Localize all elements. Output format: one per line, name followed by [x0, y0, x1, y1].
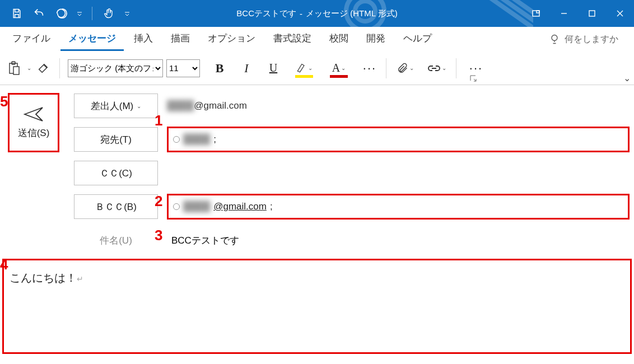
tab-review[interactable]: 校閲 — [321, 27, 356, 51]
underline-button[interactable]: U — [265, 60, 282, 77]
redo-button[interactable] — [52, 3, 72, 24]
compose-area: 送信(S) 差出人(M) ⌄ ████@gmail.com 宛先(T) ████… — [0, 85, 634, 253]
highlight-color-button[interactable]: ⌄ — [292, 60, 316, 77]
tab-insert[interactable]: 挿入 — [126, 27, 161, 51]
subject-label: 件名(U) — [74, 234, 158, 247]
from-button[interactable]: 差出人(M) ⌄ — [74, 94, 158, 118]
send-label: 送信(S) — [18, 127, 50, 139]
body-text: こんにちは！ — [10, 272, 77, 284]
save-button[interactable] — [7, 3, 27, 24]
paste-button[interactable] — [6, 60, 22, 77]
maximize-button[interactable] — [578, 0, 606, 27]
quick-access-toolbar — [0, 3, 133, 24]
dialog-launcher-icon[interactable] — [469, 74, 477, 82]
title-document: BCCテストです — [236, 8, 296, 19]
window-controls — [522, 0, 634, 27]
title-separator: - — [300, 9, 302, 18]
svg-point-5 — [552, 35, 557, 41]
svg-rect-8 — [13, 67, 19, 74]
presence-icon — [173, 203, 180, 210]
minimize-button[interactable] — [550, 0, 578, 27]
collapse-ribbon-button[interactable]: ⌄ — [623, 73, 631, 83]
chevron-down-icon: ⌄ — [137, 103, 141, 109]
chevron-down-icon: ⌄ — [308, 65, 313, 71]
subject-row: 件名(U) — [74, 227, 630, 253]
bold-button[interactable]: B — [211, 60, 228, 77]
title-bar: BCCテストです - メッセージ (HTML 形式) — [0, 0, 634, 27]
font-color-button[interactable]: A ⌄ — [327, 60, 351, 77]
close-button[interactable] — [606, 0, 634, 27]
qat-customize-dropdown[interactable] — [74, 3, 85, 24]
chevron-down-icon: ⌄ — [442, 65, 446, 71]
bcc-button[interactable]: ＢＣＣ(B) — [74, 194, 158, 219]
svg-rect-3 — [537, 11, 539, 13]
bcc-recipient-chip[interactable]: ████@gmail.com — [183, 201, 267, 212]
font-size-select[interactable]: 11 — [166, 59, 200, 77]
tab-draw[interactable]: 描画 — [163, 27, 198, 51]
window-title: BCCテストです - メッセージ (HTML 形式) — [236, 8, 397, 19]
separator — [386, 58, 386, 78]
ribbon-display-options-button[interactable] — [522, 0, 550, 27]
ribbon-tabs: ファイル メッセージ 挿入 描画 オプション 書式設定 校閲 開発 ヘルプ 何を… — [0, 27, 634, 52]
message-body[interactable]: こんにちは！↵ — [2, 259, 632, 354]
svg-rect-4 — [589, 11, 595, 16]
tell-me-search[interactable]: 何をしますか — [549, 34, 630, 45]
attach-file-button[interactable]: ⌄ — [394, 60, 417, 77]
to-input[interactable]: ████; — [167, 127, 630, 152]
tab-help[interactable]: ヘルプ — [395, 27, 440, 51]
ribbon-toolbar: ⌄ 游ゴシック (本文のフォント) 11 B I U ⌄ A ⌄ ··· — [0, 52, 634, 85]
cc-button[interactable]: ＣＣ(C) — [74, 161, 158, 185]
touch-mode-dropdown[interactable] — [122, 3, 133, 24]
tab-format[interactable]: 書式設定 — [265, 27, 319, 51]
italic-button[interactable]: I — [238, 60, 255, 77]
more-commands-button[interactable]: ··· — [468, 60, 484, 77]
from-row: 差出人(M) ⌄ ████@gmail.com — [74, 93, 630, 119]
link-button[interactable]: ⌄ — [426, 60, 448, 77]
separator — [456, 58, 456, 78]
bcc-row: ＢＣＣ(B) ████@gmail.com ; — [74, 194, 630, 220]
touch-mode-button[interactable] — [99, 3, 119, 24]
cc-row: ＣＣ(C) — [74, 160, 630, 186]
tab-developer[interactable]: 開発 — [358, 27, 393, 51]
font-name-select[interactable]: 游ゴシック (本文のフォント) — [68, 59, 163, 77]
tab-message[interactable]: メッセージ — [60, 27, 124, 51]
subject-input[interactable] — [167, 229, 630, 251]
title-kind: メッセージ (HTML 形式) — [306, 8, 398, 19]
from-value: ████@gmail.com — [167, 100, 247, 111]
chevron-down-icon: ⌄ — [341, 65, 346, 71]
pilcrow-icon: ↵ — [77, 275, 83, 283]
format-painter-button[interactable] — [35, 60, 52, 77]
chevron-down-icon: ⌄ — [409, 65, 414, 71]
undo-button[interactable] — [29, 3, 49, 24]
cc-input[interactable] — [167, 160, 630, 186]
font-red-indicator — [330, 75, 348, 78]
separator — [59, 58, 60, 78]
more-formatting-button[interactable]: ··· — [361, 60, 378, 77]
tell-me-placeholder: 何をしますか — [565, 34, 618, 45]
send-button[interactable]: 送信(S) — [8, 93, 59, 152]
paste-dropdown[interactable]: ⌄ — [27, 65, 31, 71]
presence-icon — [173, 136, 180, 143]
tab-options[interactable]: オプション — [200, 27, 263, 51]
to-row: 宛先(T) ████; — [74, 127, 630, 152]
highlight-yellow-indicator — [295, 75, 313, 78]
to-button[interactable]: 宛先(T) — [74, 127, 158, 152]
bcc-input[interactable]: ████@gmail.com ; — [167, 194, 630, 220]
separator — [92, 7, 92, 20]
tab-file[interactable]: ファイル — [4, 27, 58, 51]
svg-rect-2 — [533, 11, 539, 16]
